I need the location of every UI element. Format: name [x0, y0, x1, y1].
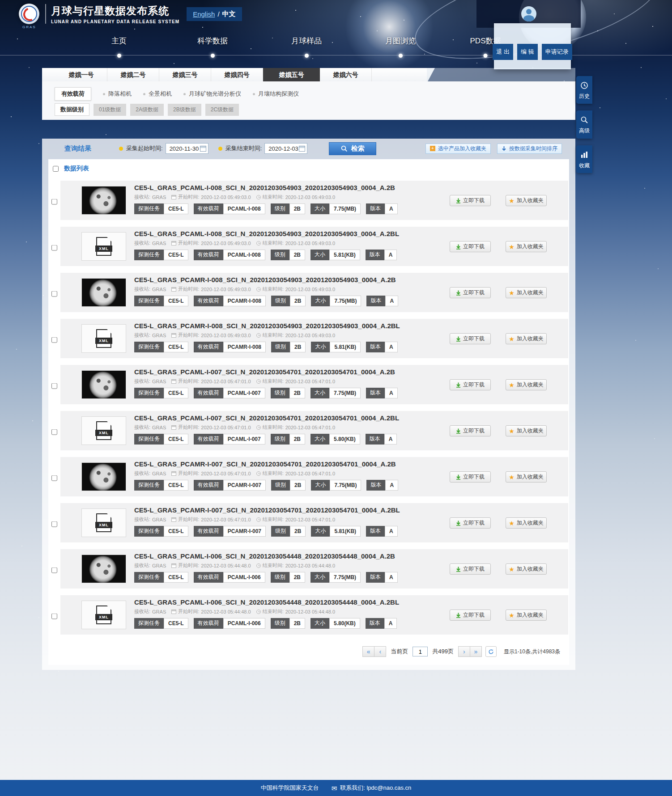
filter-landing-camera[interactable]: 降落相机 [103, 90, 132, 98]
tab-change4[interactable]: 嫦娥四号 [211, 68, 263, 81]
nav-item-science-data[interactable]: 科学数据 [197, 36, 228, 58]
add-favorite-button[interactable]: 加入收藏夹 [506, 610, 547, 621]
lang-chinese-link[interactable]: 中文 [222, 10, 236, 18]
row-checkbox[interactable] [51, 614, 57, 619]
tab-change2[interactable]: 嫦娥二号 [107, 68, 159, 81]
row-checkbox[interactable] [51, 475, 57, 481]
user-avatar-icon[interactable] [521, 6, 536, 21]
footer-contact: 联系我们: lpdc@nao.cas.cn [332, 784, 412, 792]
download-button[interactable]: 立即下载 [450, 287, 491, 298]
next-page-button[interactable]: › [458, 646, 470, 657]
product-title-link[interactable]: CE5-L_GRAS_PCAMR-I-008_SCI_N_20201203054… [134, 322, 447, 330]
tab-change5-active[interactable]: 嫦娥五号 [263, 68, 320, 81]
product-title-link[interactable]: CE5-L_GRAS_PCAMR-I-008_SCI_N_20201203054… [134, 276, 447, 284]
page-number-input[interactable] [413, 647, 428, 656]
product-title-link[interactable]: CE5-L_GRAS_PCAML-I-008_SCI_N_20201203054… [134, 230, 447, 237]
product-title-link[interactable]: CE5-L_GRAS_PCAML-I-008_SCI_N_20201203054… [134, 184, 447, 191]
download-button[interactable]: 立即下载 [450, 241, 491, 252]
row-thumbnail[interactable]: XML [81, 186, 126, 215]
add-favorite-button[interactable]: 加入收藏夹 [506, 241, 547, 252]
last-page-button[interactable]: » [470, 646, 482, 657]
row-thumbnail[interactable]: XML [81, 416, 126, 445]
row-checkbox[interactable] [51, 291, 57, 297]
filters-panel: 有效载荷 降落相机 全景相机 月球矿物光谱分析仪 月壤结构探测仪 数据级别 01… [42, 81, 575, 120]
row-checkbox[interactable] [51, 567, 57, 573]
product-title-link[interactable]: CE5-L_GRAS_PCAML-I-007_SCI_N_20201203054… [134, 414, 447, 422]
calendar-icon[interactable] [299, 146, 305, 152]
filter-level-01[interactable]: 01级数据 [94, 104, 126, 116]
tag-payload-label: 有效载荷 [194, 342, 223, 352]
filter-payload-active[interactable]: 有效载荷 [55, 87, 91, 101]
row-thumbnail[interactable]: XML [81, 370, 126, 399]
download-button[interactable]: 立即下载 [450, 195, 491, 206]
download-button[interactable]: 立即下载 [450, 333, 491, 344]
search-button[interactable]: 检索 [329, 142, 376, 155]
end-date-input[interactable]: 2020-12-03 [264, 143, 307, 154]
row-checkbox[interactable] [51, 245, 57, 251]
star-icon [509, 474, 515, 480]
row-thumbnail[interactable]: XML [81, 462, 126, 491]
nav-item-home[interactable]: 主页 [111, 36, 127, 58]
filter-level-2c[interactable]: 2C级数据 [205, 104, 239, 116]
row-checkbox[interactable] [51, 429, 57, 435]
filter-level-label[interactable]: 数据级别 [55, 103, 89, 116]
favorites-tool[interactable]: 收藏 [576, 145, 592, 173]
download-button[interactable]: 立即下载 [450, 379, 491, 390]
add-favorite-button[interactable]: 加入收藏夹 [506, 517, 547, 529]
first-page-button[interactable]: « [362, 646, 374, 657]
edit-button[interactable]: 编 辑 [517, 44, 538, 60]
product-title-link[interactable]: CE5-L_GRAS_PCAMR-I-007_SCI_N_20201203054… [134, 506, 447, 514]
add-favorite-button[interactable]: 加入收藏夹 [506, 287, 547, 298]
product-title-link[interactable]: CE5-L_GRAS_PCAML-I-006_SCI_N_20201203054… [134, 552, 447, 560]
lang-english-link[interactable]: English [193, 10, 215, 18]
row-thumbnail[interactable]: XML [81, 508, 126, 537]
row-checkbox[interactable] [51, 337, 57, 343]
tab-change1[interactable]: 嫦娥一号 [55, 68, 107, 81]
row-thumbnail[interactable]: XML [81, 278, 126, 307]
tab-change6[interactable]: 嫦娥六号 [320, 68, 372, 81]
add-favorite-button[interactable]: 加入收藏夹 [506, 195, 547, 206]
prev-page-button[interactable]: ‹ [374, 646, 386, 657]
add-favorite-button[interactable]: 加入收藏夹 [506, 333, 547, 344]
tag-level: 级别 2B [271, 203, 305, 214]
start-date-input[interactable]: 2020-11-30 [166, 143, 208, 154]
calendar-icon[interactable] [200, 146, 206, 152]
filter-level-2a[interactable]: 2A级数据 [130, 104, 164, 116]
add-favorite-button[interactable]: 加入收藏夹 [506, 471, 547, 483]
refresh-button[interactable] [485, 646, 497, 657]
tag-level: 级别 2B [271, 250, 305, 260]
add-favorite-button[interactable]: 加入收藏夹 [506, 425, 547, 436]
row-thumbnail[interactable]: XML [81, 555, 126, 583]
download-button[interactable]: 立即下载 [450, 610, 491, 621]
add-favorite-button[interactable]: 加入收藏夹 [506, 563, 547, 575]
filter-regolith-radar[interactable]: 月壤结构探测仪 [253, 90, 299, 98]
filter-panoramic-camera[interactable]: 全景相机 [143, 90, 172, 98]
product-title-link[interactable]: CE5-L_GRAS_PCAML-I-006_SCI_N_20201203054… [134, 598, 447, 606]
product-title-link[interactable]: CE5-L_GRAS_PCAML-I-007_SCI_N_20201203054… [134, 368, 447, 376]
select-all-checkbox[interactable] [53, 166, 59, 172]
sort-by-time-button[interactable]: 按数据采集时间排序 [497, 144, 562, 154]
download-button[interactable]: 立即下载 [450, 517, 491, 529]
row-thumbnail[interactable]: XML [81, 232, 126, 261]
advanced-search-tool[interactable]: 高级 [576, 110, 592, 138]
add-favorite-button[interactable]: 加入收藏夹 [506, 379, 547, 390]
records-button[interactable]: 申请记录 [542, 44, 572, 60]
history-tool[interactable]: 历史 [576, 76, 592, 104]
add-selected-to-favorites-button[interactable]: 选中产品加入收藏夹 [425, 144, 491, 154]
filter-level-2b[interactable]: 2B级数据 [168, 104, 201, 116]
row-checkbox[interactable] [51, 383, 57, 389]
row-thumbnail[interactable]: XML [81, 601, 126, 629]
download-button[interactable]: 立即下载 [450, 425, 491, 436]
row-thumbnail[interactable]: XML [81, 324, 126, 353]
nav-item-lunar-samples[interactable]: 月球样品 [291, 36, 322, 58]
download-button[interactable]: 立即下载 [450, 563, 491, 575]
contact-email[interactable]: 联系我们: lpdc@nao.cas.cn [340, 784, 411, 792]
nav-item-moon-map[interactable]: 月图浏览 [385, 36, 416, 58]
tab-change3[interactable]: 嫦娥三号 [159, 68, 211, 81]
row-checkbox[interactable] [51, 521, 57, 527]
logout-button[interactable]: 退 出 [493, 44, 513, 60]
download-button[interactable]: 立即下载 [450, 471, 491, 483]
product-title-link[interactable]: CE5-L_GRAS_PCAMR-I-007_SCI_N_20201203054… [134, 460, 447, 468]
row-checkbox[interactable] [51, 199, 57, 205]
filter-mineral-spectrometer[interactable]: 月球矿物光谱分析仪 [183, 90, 241, 98]
